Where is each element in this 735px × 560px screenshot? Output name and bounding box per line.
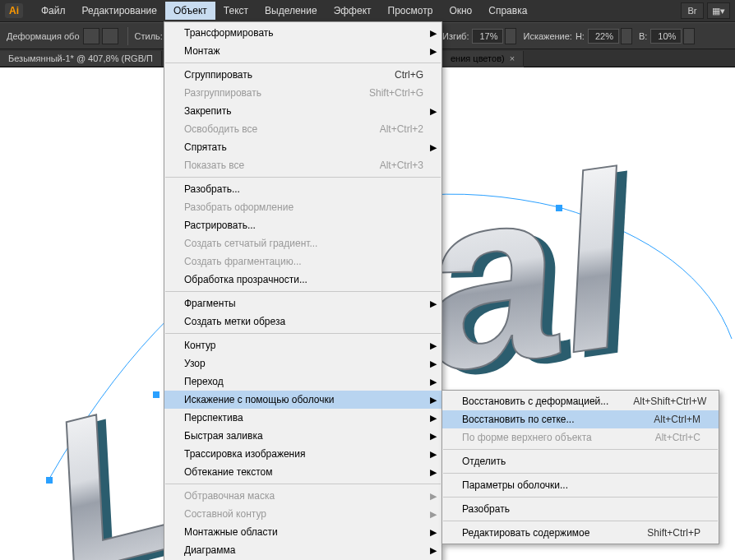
object-menu-item-32[interactable]: Диаграмма▶ <box>164 541 441 559</box>
style-label: Стиль: <box>135 31 163 41</box>
tab-document-label: Безымянный-1* @ 407,8% (RGB/П <box>8 53 153 63</box>
object-menu-item-27[interactable]: Обтекание текстом▶ <box>164 463 441 481</box>
v-value[interactable]: 10% <box>650 29 682 44</box>
object-menu-item-31[interactable]: Монтажные области▶ <box>164 523 441 541</box>
object-menu-separator <box>165 291 441 292</box>
bend-label: Изгиб: <box>442 31 469 41</box>
menu-просмотр[interactable]: Просмотр <box>380 2 441 20</box>
object-menu-separator <box>165 177 441 178</box>
chevron-right-icon: ▶ <box>430 527 437 538</box>
chevron-right-icon: ▶ <box>430 545 437 556</box>
chevron-right-icon: ▶ <box>430 467 437 478</box>
envelope-submenu-item-10[interactable]: Редактировать содержимоеShift+Ctrl+P <box>442 524 719 542</box>
bridge-button[interactable]: Br <box>681 2 704 19</box>
object-menu[interactable]: Трансформировать▶Монтаж▶СгруппироватьCtr… <box>164 21 442 560</box>
app-logo: Ai <box>5 3 23 18</box>
layout-button[interactable]: ▦▾ <box>707 2 730 19</box>
object-menu-separator <box>165 484 441 484</box>
object-menu-item-label: Закрепить <box>184 105 231 117</box>
h-stepper[interactable] <box>621 28 632 44</box>
warp-label: Деформация обо <box>7 31 80 41</box>
object-menu-item-7[interactable]: Спрятать▶ <box>164 138 441 156</box>
object-menu-item-label: Спрятать <box>184 141 227 153</box>
object-menu-item-label: Создать фрагментацию... <box>184 256 302 267</box>
opt-button-1[interactable] <box>83 28 99 44</box>
object-menu-item-label: Переход <box>184 376 224 387</box>
envelope-submenu-item-0[interactable]: Восстановить с деформацией...Alt+Shift+C… <box>442 392 719 410</box>
v-stepper[interactable] <box>683 28 695 44</box>
object-menu-item-label: Показать все <box>184 160 244 171</box>
envelope-submenu-item-label: Восстановить с деформацией... <box>462 396 608 407</box>
object-menu-item-8: Показать всеAlt+Ctrl+3 <box>164 156 441 174</box>
chevron-right-icon: ▶ <box>430 106 437 117</box>
tab-other-label: ения цветов) <box>451 53 505 63</box>
envelope-submenu-item-4[interactable]: Отделить <box>442 452 719 470</box>
object-menu-item-shortcut: Ctrl+G <box>370 69 423 81</box>
chevron-right-icon: ▶ <box>430 377 437 387</box>
envelope-submenu-item-shortcut: Shift+Ctrl+P <box>622 527 700 539</box>
object-menu-item-12[interactable]: Растрировать... <box>164 216 441 234</box>
object-menu-item-shortcut: Alt+Ctrl+3 <box>355 160 423 171</box>
object-menu-item-26[interactable]: Трассировка изображения▶ <box>164 445 441 463</box>
envelope-submenu-item-label: Отделить <box>462 456 506 467</box>
object-menu-item-1[interactable]: Монтаж▶ <box>164 42 441 60</box>
envelope-submenu-separator <box>443 521 718 521</box>
menu-файл[interactable]: Файл <box>33 2 74 20</box>
object-menu-item-label: Фрагменты <box>184 298 236 309</box>
menu-выделение[interactable]: Выделение <box>257 2 326 20</box>
object-menu-item-21[interactable]: Узор▶ <box>164 354 441 373</box>
object-menu-item-0[interactable]: Трансформировать▶ <box>164 24 441 42</box>
tab-document[interactable]: Безымянный-1* @ 407,8% (RGB/П <box>0 51 162 66</box>
envelope-submenu-item-1[interactable]: Восстановить по сетке...Alt+Ctrl+M <box>442 410 719 428</box>
menu-эффект[interactable]: Эффект <box>326 2 380 20</box>
bend-stepper[interactable] <box>505 28 516 44</box>
envelope-submenu-item-shortcut: Alt+Ctrl+C <box>631 432 700 443</box>
envelope-distort-submenu[interactable]: Восстановить с деформацией...Alt+Shift+C… <box>441 390 719 544</box>
object-menu-item-label: Узор <box>184 358 206 369</box>
chevron-right-icon: ▶ <box>430 340 437 351</box>
envelope-submenu-item-label: Разобрать <box>462 503 510 515</box>
object-menu-item-10[interactable]: Разобрать... <box>164 180 441 198</box>
object-menu-item-18[interactable]: Создать метки обреза <box>164 312 441 331</box>
tab-other[interactable]: ения цветов) × <box>442 51 524 66</box>
object-menu-item-13: Создать сетчатый градиент... <box>164 234 441 252</box>
object-menu-item-5[interactable]: Закрепить▶ <box>164 102 441 120</box>
chevron-right-icon: ▶ <box>430 431 437 442</box>
object-menu-item-15[interactable]: Обработка прозрачности... <box>164 271 441 289</box>
menu-справка[interactable]: Справка <box>480 2 535 20</box>
object-menu-item-label: Перспектива <box>184 412 243 423</box>
object-menu-item-label: Сгруппировать <box>184 69 252 81</box>
object-menu-item-label: Монтажные области <box>184 526 278 538</box>
menu-текст[interactable]: Текст <box>215 2 257 20</box>
envelope-submenu-item-8[interactable]: Разобрать <box>442 500 719 518</box>
chevron-right-icon: ▶ <box>430 359 437 369</box>
object-menu-separator <box>165 333 441 334</box>
opt-button-2[interactable] <box>102 28 118 44</box>
object-menu-item-25[interactable]: Быстрая заливка▶ <box>164 427 441 445</box>
menu-окно[interactable]: Окно <box>441 2 480 20</box>
object-menu-item-label: Обтравочная маска <box>184 490 275 502</box>
object-menu-item-11: Разобрать оформление <box>164 198 441 216</box>
object-menu-item-22[interactable]: Переход▶ <box>164 373 441 391</box>
envelope-submenu-item-label: Параметры оболочки... <box>462 479 568 491</box>
menu-редактирование[interactable]: Редактирование <box>74 2 165 20</box>
envelope-submenu-item-6[interactable]: Параметры оболочки... <box>442 476 719 494</box>
object-menu-item-23[interactable]: Искажение с помощью оболочки▶ <box>164 391 441 409</box>
object-menu-item-label: Разобрать оформление <box>184 201 294 213</box>
bend-value[interactable]: 17% <box>472 29 503 44</box>
object-menu-item-label: Монтаж <box>184 45 220 57</box>
envelope-submenu-item-label: По форме верхнего объекта <box>462 432 592 443</box>
object-menu-item-20[interactable]: Контур▶ <box>164 336 441 354</box>
h-value[interactable]: 22% <box>588 29 619 44</box>
envelope-submenu-item-label: Восстановить по сетке... <box>462 414 575 425</box>
object-menu-item-17[interactable]: Фрагменты▶ <box>164 294 441 312</box>
object-menu-item-label: Создать сетчатый градиент... <box>184 238 317 249</box>
envelope-submenu-separator <box>443 473 718 474</box>
object-menu-item-3[interactable]: СгруппироватьCtrl+G <box>164 66 441 84</box>
object-menu-item-label: Быстрая заливка <box>184 430 263 442</box>
menubar: Ai ФайлРедактированиеОбъектТекстВыделени… <box>0 0 735 22</box>
close-icon[interactable]: × <box>510 53 515 63</box>
object-menu-item-6: Освободить всеAlt+Ctrl+2 <box>164 120 441 138</box>
menu-объект[interactable]: Объект <box>165 2 215 20</box>
object-menu-item-24[interactable]: Перспектива▶ <box>164 409 441 427</box>
